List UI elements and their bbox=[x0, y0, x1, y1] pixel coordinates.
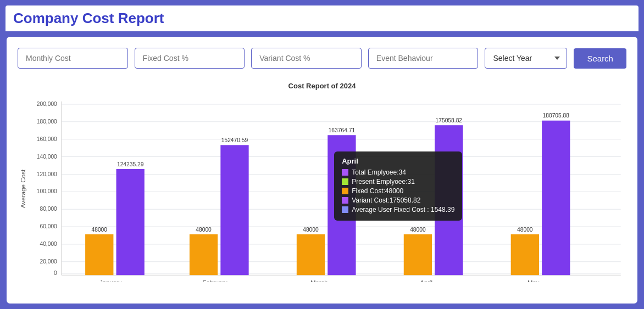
svg-text:Average Cost: Average Cost bbox=[20, 169, 27, 208]
chart-area: Average Cost 200,000 180,000 160,000 140… bbox=[18, 95, 626, 282]
svg-text:140,000: 140,000 bbox=[37, 154, 57, 160]
bar-may-fixed[interactable] bbox=[511, 234, 539, 275]
svg-text:163764.71: 163764.71 bbox=[329, 127, 356, 133]
bar-jan-variant[interactable] bbox=[116, 169, 145, 275]
variant-cost-input[interactable] bbox=[251, 48, 362, 69]
svg-text:180,000: 180,000 bbox=[37, 119, 57, 125]
svg-text:120,000: 120,000 bbox=[37, 171, 57, 177]
bar-feb-variant[interactable] bbox=[220, 145, 248, 275]
bar-feb-fixed[interactable] bbox=[190, 234, 218, 275]
svg-text:January: January bbox=[99, 279, 121, 282]
svg-text:180705.88: 180705.88 bbox=[543, 113, 570, 119]
svg-text:April: April bbox=[420, 279, 433, 282]
svg-text:80,000: 80,000 bbox=[40, 206, 57, 212]
svg-text:0: 0 bbox=[54, 270, 57, 276]
svg-text:48000: 48000 bbox=[517, 226, 533, 232]
search-button[interactable]: Search bbox=[574, 48, 626, 69]
svg-text:40,000: 40,000 bbox=[40, 241, 57, 247]
event-behaviour-input[interactable] bbox=[368, 48, 479, 69]
svg-text:160,000: 160,000 bbox=[37, 136, 57, 142]
chart-title: Cost Report of 2024 bbox=[18, 82, 626, 90]
bar-may-variant[interactable] bbox=[542, 121, 570, 276]
filter-row: Select Year 2024 2023 2022 Search bbox=[18, 48, 626, 69]
svg-text:48000: 48000 bbox=[92, 226, 108, 232]
bar-mar-fixed[interactable] bbox=[297, 234, 325, 275]
svg-text:48000: 48000 bbox=[303, 226, 319, 232]
svg-text:100,000: 100,000 bbox=[37, 188, 57, 194]
svg-text:May: May bbox=[528, 279, 540, 282]
svg-text:152470.59: 152470.59 bbox=[221, 137, 248, 143]
svg-text:20,000: 20,000 bbox=[40, 259, 57, 265]
bar-mar-variant[interactable] bbox=[327, 135, 356, 275]
svg-text:175058.82: 175058.82 bbox=[436, 117, 463, 123]
page-title: Company Cost Report bbox=[5, 5, 639, 31]
bar-apr-fixed[interactable] bbox=[404, 234, 432, 275]
bar-chart: Average Cost 200,000 180,000 160,000 140… bbox=[18, 95, 626, 282]
svg-text:March: March bbox=[310, 279, 327, 282]
fixed-cost-input[interactable] bbox=[135, 48, 245, 69]
bar-jan-fixed[interactable] bbox=[85, 234, 113, 275]
svg-text:200,000: 200,000 bbox=[37, 101, 57, 107]
svg-text:48000: 48000 bbox=[410, 226, 426, 232]
bar-apr-variant[interactable] bbox=[435, 125, 463, 275]
svg-text:48000: 48000 bbox=[196, 226, 212, 232]
monthly-cost-input[interactable] bbox=[18, 48, 128, 69]
svg-text:February: February bbox=[203, 279, 227, 282]
svg-text:60,000: 60,000 bbox=[40, 223, 57, 229]
svg-text:124235.29: 124235.29 bbox=[117, 161, 144, 167]
select-year-dropdown[interactable]: Select Year 2024 2023 2022 bbox=[485, 48, 567, 69]
